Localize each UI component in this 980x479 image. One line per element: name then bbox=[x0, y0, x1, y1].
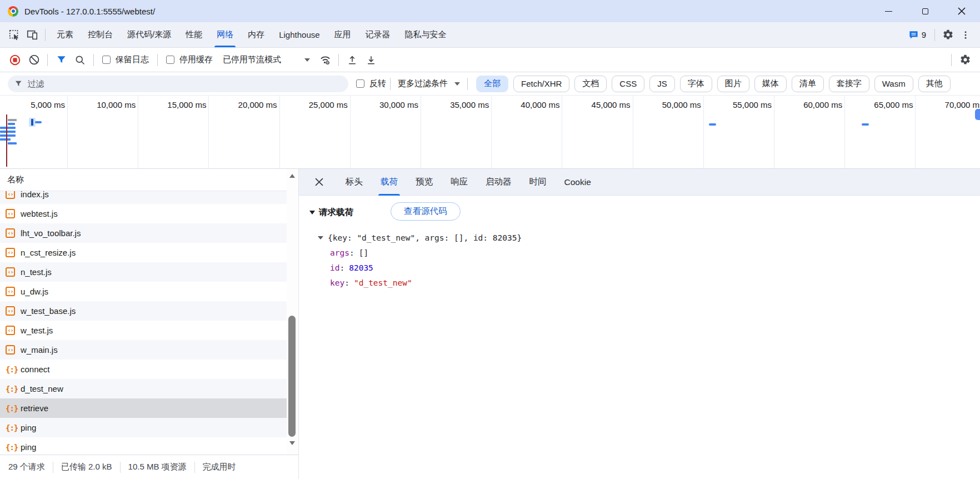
filter-toggle-button[interactable] bbox=[52, 52, 71, 68]
close-button[interactable] bbox=[943, 0, 980, 22]
export-har-button[interactable] bbox=[362, 52, 381, 68]
summary-item: 完成用时 bbox=[203, 462, 236, 472]
close-details-button[interactable] bbox=[308, 169, 330, 196]
filter-chip[interactable]: CSS bbox=[612, 76, 644, 92]
record-network-log-button[interactable] bbox=[6, 52, 24, 68]
toolbar-divider bbox=[338, 54, 339, 66]
request-name: u_dw.js bbox=[21, 287, 48, 296]
details-tab-7[interactable]: Cookie bbox=[556, 169, 600, 196]
clear-network-log-button[interactable] bbox=[24, 52, 43, 68]
panel-tab-8[interactable]: 应用 bbox=[327, 22, 358, 47]
request-row[interactable]: {:}retrieve bbox=[0, 398, 287, 418]
issues-button[interactable]: 9 bbox=[904, 29, 931, 40]
filter-chip[interactable]: 字体 bbox=[680, 76, 712, 92]
details-tab-1[interactable]: 标头 bbox=[337, 169, 372, 196]
timeline-gridline bbox=[844, 96, 845, 168]
settings-button[interactable] bbox=[939, 26, 957, 44]
panel-tab-5[interactable]: 网络 bbox=[209, 22, 241, 47]
fetch-request-icon: {:} bbox=[6, 423, 15, 432]
filter-chip[interactable]: 全部 bbox=[476, 76, 508, 92]
preserve-log-checkbox[interactable] bbox=[102, 56, 111, 64]
request-row[interactable]: ‹›w_test_base.js bbox=[0, 301, 287, 321]
view-source-button[interactable]: 查看源代码 bbox=[391, 202, 461, 221]
request-list-scrollbar[interactable] bbox=[287, 169, 298, 455]
request-row[interactable]: ‹›n_test.js bbox=[0, 262, 287, 282]
scroll-down-arrow-icon[interactable] bbox=[289, 441, 295, 445]
panel-tabs: 元素控制台源代码/来源性能网络内存Lighthouse应用记录器隐私与安全 bbox=[49, 22, 454, 47]
panel-tab-4[interactable]: 性能 bbox=[178, 22, 209, 47]
toolbar-divider bbox=[934, 29, 935, 41]
network-settings-button[interactable] bbox=[956, 52, 974, 68]
name-column-header: 名称 bbox=[7, 174, 24, 185]
request-row[interactable]: ‹›webtest.js bbox=[0, 204, 287, 223]
disable-cache-checkbox[interactable] bbox=[166, 56, 174, 64]
more-options-button[interactable] bbox=[957, 26, 974, 44]
details-tab-6[interactable]: 时间 bbox=[521, 169, 556, 196]
payload-property-row[interactable]: args:[] bbox=[330, 245, 522, 260]
timeline-gridline bbox=[208, 96, 209, 168]
timeline-scroll-nub[interactable] bbox=[975, 109, 980, 120]
network-overview-timeline[interactable]: 5,000 ms10,000 ms15,000 ms20,000 ms25,00… bbox=[0, 96, 980, 169]
request-row[interactable]: {:}ping bbox=[0, 418, 287, 437]
filter-chip[interactable]: Fetch/XHR bbox=[513, 76, 569, 92]
request-row[interactable]: {:}connect bbox=[0, 360, 287, 379]
timeline-tick-label: 45,000 ms bbox=[592, 100, 631, 109]
payload-object-tree: {key: "d_test_new", args: [], id: 82035}… bbox=[318, 230, 522, 290]
request-row[interactable]: ‹›w_test.js bbox=[0, 321, 287, 340]
request-row[interactable]: {:}d_test_new bbox=[0, 379, 287, 398]
details-tab-2[interactable]: 载荷 bbox=[372, 169, 407, 196]
details-tab-3[interactable]: 预览 bbox=[407, 169, 442, 196]
device-toolbar-button[interactable] bbox=[23, 26, 41, 44]
invert-checkbox[interactable] bbox=[356, 79, 364, 88]
timeline-tick-label: 70,000 ms bbox=[945, 100, 980, 109]
request-payload-section-header[interactable]: 请求载荷 bbox=[309, 207, 353, 218]
selected-request-dash bbox=[35, 121, 42, 123]
payload-property-row[interactable]: id:82035 bbox=[330, 260, 522, 275]
details-tab-5[interactable]: 启动器 bbox=[477, 169, 521, 196]
payload-object-root[interactable]: {key: "d_test_new", args: [], id: 82035} bbox=[318, 230, 522, 245]
timeline-tick-label: 50,000 ms bbox=[662, 100, 701, 109]
scrollbar-thumb[interactable] bbox=[288, 316, 296, 437]
network-toolbar-right bbox=[947, 52, 974, 68]
import-har-button[interactable] bbox=[343, 52, 362, 68]
filter-chip[interactable]: 媒体 bbox=[754, 76, 787, 92]
request-row[interactable]: ‹›w_main.js bbox=[0, 340, 287, 360]
panel-tab-2[interactable]: 控制台 bbox=[81, 22, 120, 47]
request-table-header[interactable]: 名称 bbox=[0, 169, 298, 191]
search-button[interactable] bbox=[71, 52, 89, 68]
panel-tab-10[interactable]: 隐私与安全 bbox=[398, 22, 454, 47]
details-tab-4[interactable]: 响应 bbox=[442, 169, 477, 196]
property-name: key bbox=[330, 278, 344, 287]
inspect-element-button[interactable] bbox=[6, 26, 23, 44]
scroll-up-arrow-icon[interactable] bbox=[289, 174, 295, 178]
timeline-tick-label: 20,000 ms bbox=[238, 100, 277, 109]
filter-chip[interactable]: 其他 bbox=[918, 76, 951, 92]
filter-chip[interactable]: 清单 bbox=[792, 76, 824, 92]
gear-icon bbox=[942, 29, 954, 41]
property-name: args bbox=[330, 248, 349, 257]
filter-chip[interactable]: 文档 bbox=[574, 76, 607, 92]
request-row[interactable]: ‹›lht_vo_toolbar.js bbox=[0, 223, 287, 243]
minimize-button[interactable] bbox=[870, 0, 907, 22]
filter-chip[interactable]: 套接字 bbox=[829, 76, 869, 92]
maximize-button[interactable] bbox=[907, 0, 943, 22]
overview-request-bar bbox=[0, 131, 16, 133]
filter-input[interactable] bbox=[27, 79, 342, 88]
payload-property-row[interactable]: key:"d_test_new" bbox=[330, 275, 522, 290]
filter-chip[interactable]: JS bbox=[649, 76, 675, 92]
network-conditions-button[interactable] bbox=[316, 52, 334, 68]
expand-triangle-icon bbox=[318, 236, 323, 240]
throttling-dropdown[interactable]: 已停用节流模式 bbox=[223, 54, 310, 65]
panel-tab-1[interactable]: 元素 bbox=[49, 22, 81, 47]
more-filters-dropdown[interactable]: 更多过滤条件 bbox=[398, 78, 460, 89]
panel-tab-6[interactable]: 内存 bbox=[241, 22, 272, 47]
filter-chip[interactable]: 图片 bbox=[717, 76, 749, 92]
request-row[interactable]: ‹›n_cst_resize.js bbox=[0, 243, 287, 262]
request-row[interactable]: ‹›index.js bbox=[0, 191, 287, 204]
filter-chip[interactable]: Wasm bbox=[874, 76, 913, 92]
request-row[interactable]: {:}ping bbox=[0, 437, 287, 455]
panel-tab-3[interactable]: 源代码/来源 bbox=[120, 22, 178, 47]
panel-tab-7[interactable]: Lighthouse bbox=[272, 22, 327, 47]
request-row[interactable]: ‹›u_dw.js bbox=[0, 282, 287, 301]
panel-tab-9[interactable]: 记录器 bbox=[358, 22, 398, 47]
